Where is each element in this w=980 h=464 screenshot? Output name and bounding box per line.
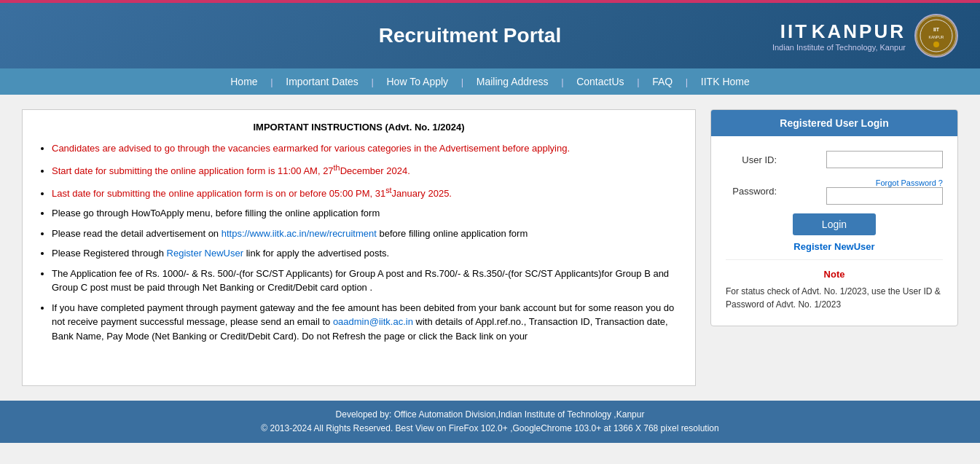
- note-text: For status check of Advt. No. 1/2023, us…: [726, 285, 943, 311]
- login-body: User ID: Password: Forgot Password ? Log…: [711, 136, 957, 326]
- list-item: Please read the detail advertisement on …: [52, 227, 681, 241]
- user-id-row: User ID:: [726, 151, 943, 168]
- password-input[interactable]: [826, 187, 943, 205]
- nav-faq[interactable]: FAQ: [643, 76, 681, 87]
- iit-label: IIT: [780, 20, 809, 42]
- list-item: Please Registered through Register NewUs…: [52, 246, 681, 261]
- main-content: IMPORTANT INSTRUCTIONS (Advt. No. 1/2024…: [0, 95, 980, 401]
- svg-text:IIT: IIT: [933, 27, 940, 32]
- instructions-list: Candidates are advised to go through the…: [37, 141, 681, 343]
- instructions-panel: IMPORTANT INSTRUCTIONS (Advt. No. 1/2024…: [22, 109, 696, 386]
- nav-contact-us[interactable]: ContactUs: [568, 76, 632, 87]
- password-row: Password: Forgot Password ?: [726, 177, 943, 205]
- instructions-title: IMPORTANT INSTRUCTIONS (Advt. No. 1/2024…: [37, 122, 681, 133]
- page-title: Recruitment Portal: [168, 24, 772, 47]
- list-item: Candidates are advised to go through the…: [52, 141, 681, 156]
- logo-text: IIT KANPUR Indian Institute of Technolog…: [772, 20, 906, 52]
- instructions-scroll-area[interactable]: IMPORTANT INSTRUCTIONS (Advt. No. 1/2024…: [23, 110, 695, 386]
- nav-home[interactable]: Home: [222, 76, 266, 87]
- list-item: Please go through HowToApply menu, befor…: [52, 206, 681, 221]
- forgot-password-link[interactable]: Forgot Password ?: [876, 178, 943, 187]
- nav-mailing-address[interactable]: Mailing Address: [468, 76, 557, 87]
- user-id-label: User ID:: [726, 154, 784, 165]
- email-link[interactable]: oaadmin@iitk.ac.in: [333, 316, 413, 327]
- iitk-recruitment-link[interactable]: https://www.iitk.ac.in/new/recruitment: [222, 228, 377, 239]
- register-link-wrap: Register NewUser: [726, 241, 943, 252]
- login-header: Registered User Login: [711, 110, 957, 136]
- register-new-user-link[interactable]: Register NewUser: [793, 241, 874, 252]
- logo-area: IIT KANPUR Indian Institute of Technolog…: [772, 14, 958, 58]
- register-new-user-link-instructions[interactable]: Register NewUser: [167, 248, 243, 259]
- page-footer: Developed by: Office Automation Division…: [0, 401, 980, 443]
- password-label: Password:: [726, 186, 784, 197]
- note-title: Note: [726, 267, 943, 282]
- nav-important-dates[interactable]: Important Dates: [277, 76, 367, 87]
- main-navbar: Home | Important Dates | How To Apply | …: [0, 68, 980, 95]
- list-item: If you have completed payment through pa…: [52, 301, 681, 344]
- user-id-input[interactable]: [826, 151, 943, 168]
- login-panel: Registered User Login User ID: Password:…: [710, 109, 958, 326]
- iitk-logo-icon: IIT KANPUR: [914, 14, 958, 58]
- login-button[interactable]: Login: [793, 213, 876, 235]
- footer-line1: Developed by: Office Automation Division…: [7, 408, 973, 422]
- page-header: Recruitment Portal IIT KANPUR Indian Ins…: [0, 3, 980, 68]
- logo-subtitle: Indian Institute of Technology, Kanpur: [772, 43, 906, 52]
- list-item: Start date for submitting the online app…: [52, 162, 681, 178]
- note-section: Note For status check of Advt. No. 1/202…: [726, 259, 943, 311]
- nav-iitk-home[interactable]: IITK Home: [692, 76, 758, 87]
- svg-point-4: [933, 42, 939, 47]
- kanpur-label: KANPUR: [812, 20, 906, 42]
- list-item: The Application fee of Rs. 1000/- & Rs. …: [52, 267, 681, 295]
- footer-line2: © 2013-2024 All Rights Reserved. Best Vi…: [7, 422, 973, 436]
- svg-text:KANPUR: KANPUR: [929, 35, 944, 39]
- login-button-wrap: Login: [726, 213, 943, 235]
- list-item: Last date for submitting the online appl…: [52, 184, 681, 200]
- nav-how-to-apply[interactable]: How To Apply: [378, 76, 458, 87]
